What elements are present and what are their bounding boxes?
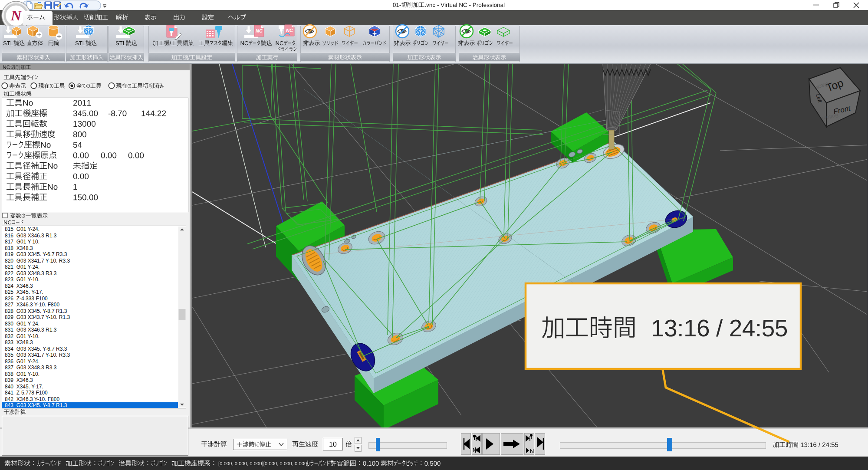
svg-text:NC: NC [256,28,263,33]
svg-text:NC: NC [286,28,293,33]
